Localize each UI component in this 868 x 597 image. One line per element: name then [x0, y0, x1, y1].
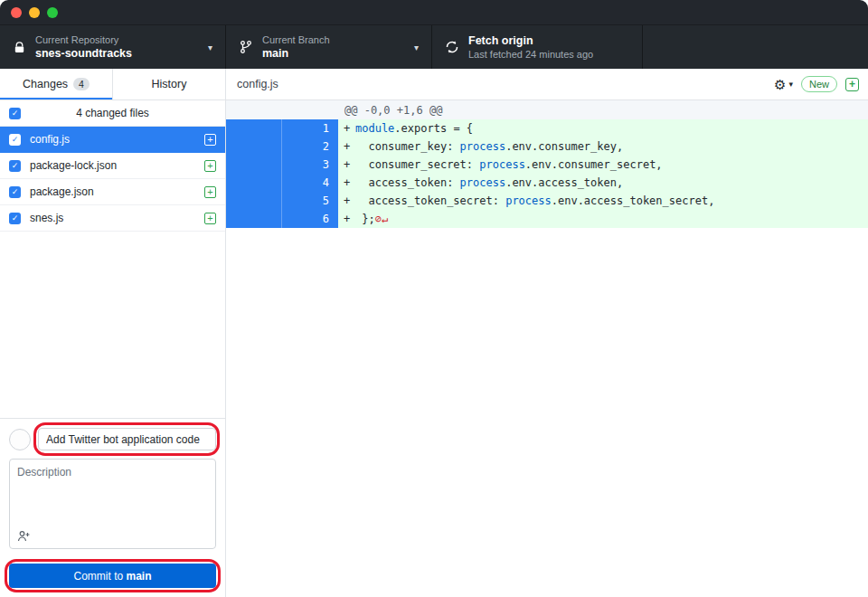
- diff-gutter-old[interactable]: [226, 119, 282, 137]
- avatar: [9, 429, 31, 450]
- diff-view: @@ -0,0 +1,6 @@ 1+module.exports = {2+ c…: [226, 100, 868, 597]
- commit-form: Description Commit to main: [0, 418, 225, 597]
- added-file-icon: +: [845, 78, 859, 91]
- app-window: Current Repository snes-soundtracks ▾ Cu…: [0, 0, 868, 597]
- file-checkbox[interactable]: ✓: [9, 134, 21, 146]
- diff-hunk-header: @@ -0,0 +1,6 @@: [226, 100, 868, 119]
- sync-icon: [445, 40, 459, 54]
- file-checkbox[interactable]: ✓: [9, 160, 21, 172]
- diff-gutter-old[interactable]: [226, 192, 282, 210]
- file-row-package-lock.json[interactable]: ✓package-lock.json+: [0, 153, 225, 179]
- commit-description-input[interactable]: Description: [9, 459, 216, 549]
- current-branch-button[interactable]: Current Branch main ▾: [226, 25, 432, 69]
- chevron-down-icon: ▾: [414, 43, 419, 52]
- changed-files-row[interactable]: ✓ 4 changed files: [0, 100, 225, 127]
- diff-gutter-old[interactable]: [226, 210, 282, 228]
- close-button[interactable]: [11, 7, 22, 18]
- diff-code-line: +module.exports = {: [338, 119, 868, 137]
- hunk-header-text: @@ -0,0 +1,6 @@: [344, 104, 442, 117]
- diff-panel: config.js ⚙ ▾ New + @@ -0,0 +1,6 @@ 1+mo…: [226, 69, 868, 597]
- file-status-new-badge: New: [801, 76, 837, 92]
- diff-line-4[interactable]: 4+ access_token: process.env.access_toke…: [226, 174, 868, 192]
- file-list-empty-space: [0, 232, 225, 418]
- repository-name: snes-soundtracks: [35, 46, 132, 61]
- diff-lines: 1+module.exports = {2+ consumer_key: pro…: [226, 119, 868, 228]
- file-checkbox[interactable]: ✓: [9, 186, 21, 198]
- chevron-down-icon: ▾: [208, 43, 212, 52]
- diff-line-6[interactable]: 6+ };⊘↵: [226, 210, 868, 228]
- diff-gutter-new[interactable]: 4: [282, 174, 338, 192]
- diff-gutter-new[interactable]: 2: [282, 137, 338, 156]
- minimize-button[interactable]: [29, 7, 40, 18]
- description-placeholder: Description: [17, 466, 71, 479]
- diff-line-1[interactable]: 1+module.exports = {: [226, 119, 868, 137]
- file-name: package-lock.json: [30, 159, 195, 172]
- commit-button[interactable]: Commit to main: [9, 564, 216, 588]
- added-status-icon: +: [204, 134, 216, 146]
- commit-button-text: Commit to: [73, 570, 126, 583]
- diff-filename: config.js: [237, 78, 774, 90]
- commit-summary-input[interactable]: [38, 428, 216, 450]
- sidebar: Changes 4 History ✓ 4 changed files ✓con…: [0, 69, 226, 597]
- zoom-button[interactable]: [47, 7, 58, 18]
- diff-code-line: + consumer_key: process.env.consumer_key…: [338, 137, 868, 156]
- lock-icon: [13, 41, 26, 54]
- commit-button-wrap: Commit to main: [9, 564, 216, 588]
- fetch-subtitle: Last fetched 24 minutes ago: [468, 48, 593, 61]
- file-checkbox[interactable]: ✓: [9, 213, 21, 224]
- diff-gutter-new[interactable]: 1: [282, 119, 338, 137]
- diff-file-header: config.js ⚙ ▾ New +: [226, 69, 868, 100]
- diff-line-5[interactable]: 5+ access_token_secret: process.env.acce…: [226, 192, 868, 210]
- tab-history[interactable]: History: [113, 69, 225, 100]
- file-row-package.json[interactable]: ✓package.json+: [0, 179, 225, 205]
- diff-code-line: + access_token_secret: process.env.acces…: [338, 192, 868, 210]
- added-status-icon: +: [204, 186, 216, 198]
- file-name: package.json: [30, 185, 195, 198]
- chevron-down-icon: ▾: [788, 80, 793, 89]
- diff-code-line: + access_token: process.env.access_token…: [338, 174, 868, 192]
- file-name: snes.js: [30, 212, 195, 224]
- fetch-title: Fetch origin: [468, 33, 593, 48]
- toolbar: Current Repository snes-soundtracks ▾ Cu…: [0, 25, 868, 69]
- current-repository-button[interactable]: Current Repository snes-soundtracks ▾: [0, 25, 226, 69]
- added-status-icon: +: [204, 213, 216, 224]
- diff-options-button[interactable]: ⚙ ▾: [774, 78, 793, 91]
- commit-summary-row: [9, 428, 216, 450]
- diff-gutter-old[interactable]: [226, 137, 282, 156]
- diff-code-line: + };⊘↵: [338, 210, 868, 228]
- diff-code-line: + consumer_secret: process.env.consumer_…: [338, 156, 868, 174]
- changed-files-label: 4 changed files: [76, 107, 149, 119]
- tab-changes[interactable]: Changes 4: [0, 69, 113, 100]
- diff-gutter-new[interactable]: 5: [282, 192, 338, 210]
- added-status-icon: +: [204, 160, 216, 172]
- git-branch-icon: [239, 40, 253, 54]
- gear-icon: ⚙: [774, 78, 786, 91]
- repository-label: Current Repository: [35, 33, 132, 46]
- tab-changes-label: Changes: [23, 78, 68, 90]
- titlebar: [0, 0, 868, 25]
- sidebar-tabs: Changes 4 History: [0, 69, 225, 100]
- branch-name: main: [262, 46, 330, 61]
- add-coauthor-icon[interactable]: [16, 529, 31, 544]
- file-list: ✓config.js+✓package-lock.json+✓package.j…: [0, 127, 225, 232]
- file-name: config.js: [30, 133, 195, 146]
- content: Changes 4 History ✓ 4 changed files ✓con…: [0, 69, 868, 597]
- diff-gutter-new[interactable]: 3: [282, 156, 338, 174]
- changes-count-badge: 4: [73, 78, 90, 90]
- diff-gutter-new[interactable]: 6: [282, 210, 338, 228]
- fetch-origin-button[interactable]: Fetch origin Last fetched 24 minutes ago: [432, 25, 643, 69]
- diff-line-3[interactable]: 3+ consumer_secret: process.env.consumer…: [226, 156, 868, 174]
- diff-line-2[interactable]: 2+ consumer_key: process.env.consumer_ke…: [226, 137, 868, 156]
- tab-history-label: History: [152, 78, 187, 90]
- file-row-config.js[interactable]: ✓config.js+: [0, 127, 225, 153]
- diff-gutter-old[interactable]: [226, 156, 282, 174]
- branch-label: Current Branch: [262, 33, 330, 46]
- file-row-snes.js[interactable]: ✓snes.js+: [0, 205, 225, 232]
- commit-button-branch: main: [127, 570, 152, 583]
- diff-gutter-old[interactable]: [226, 174, 282, 192]
- select-all-checkbox[interactable]: ✓: [9, 108, 21, 119]
